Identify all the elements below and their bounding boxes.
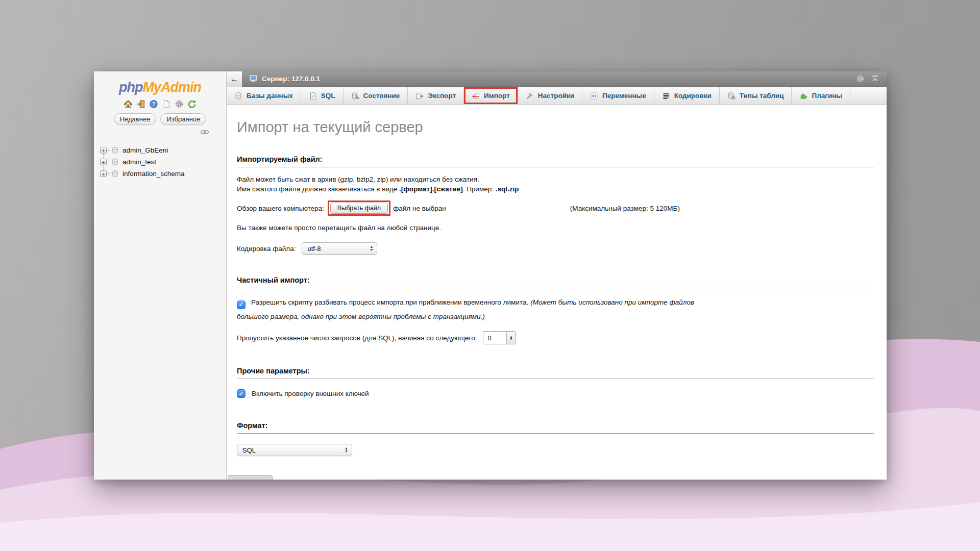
database-icon [111, 170, 119, 178]
select-arrows-icon: ▲▼ [340, 447, 348, 453]
file-hint-line2: Имя сжатого файла должно заканчиваться в… [237, 184, 874, 194]
tab-label: Переменные [602, 92, 646, 99]
tree-label[interactable]: information_schema [122, 170, 185, 178]
page-title: Импорт на текущий сервер [237, 119, 874, 136]
tree-label[interactable]: admin_test [122, 158, 156, 166]
tab-variables[interactable]: Переменные [582, 87, 654, 105]
charset-label: Кодировка файла: [237, 245, 296, 253]
tab-label: Импорт [484, 92, 510, 99]
hint-format: .[формат].[сжатие] [399, 185, 463, 193]
database-icon [111, 146, 119, 154]
sql-page-icon [309, 92, 317, 100]
arrow-down-glyph: ▼ [345, 450, 348, 453]
tree-item-information-schema[interactable]: + information_schema [100, 168, 226, 180]
tree-item-admin-gbeeni[interactable]: + admin_GbEeni [100, 144, 226, 156]
tab-status[interactable]: Состояние [344, 87, 408, 105]
sidebar-nav-icons: ? [94, 99, 226, 109]
tab-charsets[interactable]: Кодировки [654, 87, 720, 105]
hint-text: Имя сжатого файла должно заканчиваться в… [237, 185, 399, 193]
favorites-button[interactable]: Избранное [160, 113, 206, 125]
database-icon [111, 158, 119, 166]
tree-connector [107, 150, 111, 151]
docs-icon[interactable] [162, 99, 171, 109]
hint-example: .sql.zip [496, 185, 519, 193]
file-button-wrap: Выбрать файл [330, 203, 388, 214]
server-titlebar: ← Сервер: 127.0.0.1 [227, 71, 887, 87]
exit-icon[interactable] [136, 99, 145, 109]
console-tab[interactable] [228, 475, 273, 480]
tab-plugins[interactable]: Плагины [792, 87, 850, 105]
database-tree: + admin_GbEeni + admin_test + [100, 144, 226, 180]
help-icon[interactable]: ? [149, 99, 158, 109]
refresh-icon[interactable] [187, 99, 197, 109]
variables-icon [590, 92, 598, 100]
skip-queries-label: Пропустить указанное число запросов (для… [237, 334, 477, 342]
charset-select[interactable]: utf-8 ▲▼ [302, 242, 377, 255]
tree-item-admin-test[interactable]: + admin_test [100, 156, 226, 168]
tab-settings[interactable]: Настройки [518, 87, 582, 105]
sidebar-link-row [94, 129, 226, 135]
max-size-label: (Максимальный размер: 5 120МБ) [570, 205, 680, 212]
gear-icon[interactable] [856, 74, 865, 83]
engines-icon [727, 92, 736, 100]
arrow-down-glyph: ▼ [509, 338, 512, 341]
import-icon [472, 92, 480, 100]
tab-label: Экспорт [428, 92, 456, 99]
back-button[interactable]: ← [227, 71, 242, 87]
home-icon[interactable] [124, 99, 133, 109]
tree-connector [107, 173, 111, 174]
section-other-options: Прочие параметры: [237, 367, 874, 379]
tree-connector [107, 162, 111, 162]
tab-export[interactable]: Экспорт [408, 87, 464, 105]
hint-text: . Пример: [463, 185, 496, 193]
tab-engines[interactable]: Типы таблиц [720, 87, 792, 105]
titlebar-actions [856, 74, 887, 83]
browse-label: Обзор вашего компьютера: [237, 205, 324, 212]
check-icon: ✓ [238, 297, 243, 312]
format-select-value: SQL [242, 446, 256, 454]
file-upload-row: Обзор вашего компьютера: Выбрать файл фа… [237, 203, 874, 214]
tab-sql[interactable]: SQL [301, 87, 344, 105]
logo-php: php [119, 80, 142, 95]
format-select[interactable]: SQL ▲▼ [237, 444, 352, 456]
choose-file-button[interactable]: Выбрать файл [330, 203, 388, 214]
section-format: Формат: [237, 421, 874, 434]
foreign-key-checkbox[interactable]: ✓ [237, 389, 246, 398]
main-panel: ← Сервер: 127.0.0.1 Базы данных [227, 71, 887, 480]
charsets-icon [662, 92, 670, 100]
sidebar: phpMyAdmin ? Недавнее Избранное [94, 71, 227, 480]
plus-glyph: + [102, 148, 105, 153]
phpmyadmin-window: phpMyAdmin ? Недавнее Избранное [94, 71, 887, 480]
allow-interrupt-label: Разрешить скрипту разбивать процесс импо… [251, 298, 528, 306]
charset-row: Кодировка файла: utf-8 ▲▼ [237, 242, 874, 255]
tab-import[interactable]: Импорт [464, 87, 518, 105]
tree-label[interactable]: admin_GbEeni [122, 146, 168, 154]
tab-databases[interactable]: Базы данных [227, 87, 301, 105]
foreign-key-row: ✓ Включить проверку внешних ключей [237, 389, 874, 398]
drag-drop-note: Вы также можете просто перетащить файл н… [237, 223, 874, 233]
svg-text:?: ? [152, 102, 155, 107]
expand-icon[interactable]: + [100, 170, 107, 177]
server-title: Сервер: 127.0.0.1 [262, 75, 320, 83]
tab-label: Кодировки [674, 92, 712, 99]
stepper-icon[interactable]: ▲▼ [506, 332, 515, 344]
section-file-to-import: Импортируемый файл: [237, 155, 874, 167]
sidebar-quick-buttons: Недавнее Избранное [94, 113, 226, 125]
server-tabbar: Базы данных SQL Состояние Экспорт [227, 87, 887, 105]
recent-button[interactable]: Недавнее [114, 113, 157, 125]
expand-icon[interactable]: + [100, 159, 107, 165]
allow-interrupt-checkbox[interactable]: ✓ [237, 300, 246, 309]
skip-queries-input[interactable]: 0 ▲▼ [483, 331, 516, 344]
wrench-icon [526, 92, 534, 100]
back-arrow-icon: ← [230, 74, 238, 84]
tab-label: Плагины [812, 92, 842, 99]
phpmyadmin-logo[interactable]: phpMyAdmin [94, 80, 226, 95]
expand-icon[interactable]: + [100, 147, 107, 154]
link-icon[interactable] [200, 129, 210, 135]
tab-label: Базы данных [247, 92, 293, 99]
settings-icon[interactable] [175, 99, 184, 109]
collapse-icon[interactable] [871, 74, 879, 83]
format-row: SQL ▲▼ [237, 444, 874, 456]
no-file-chosen-label: файл не выбран [393, 205, 446, 212]
skip-queries-value: 0 [483, 332, 506, 344]
